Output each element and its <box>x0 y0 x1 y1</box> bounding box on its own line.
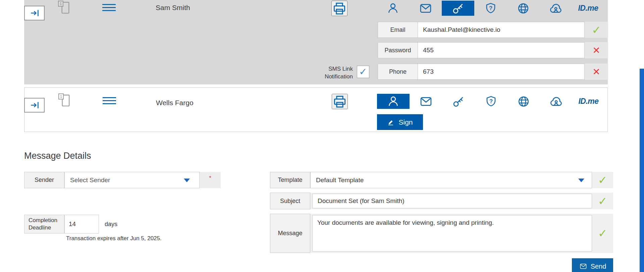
chevron-down-icon <box>184 179 190 182</box>
recipient-row-sam-smith: 1 Sam Smith <box>24 0 608 84</box>
auth-password-button[interactable] <box>442 94 475 109</box>
days-suffix-label: days <box>105 221 117 228</box>
open-recipient-button[interactable] <box>24 98 45 113</box>
auth-in-person-button[interactable] <box>377 94 410 109</box>
idme-logo: ID.me <box>578 97 598 106</box>
message-row: Message Your documents are available for… <box>270 214 613 253</box>
open-recipient-button[interactable] <box>24 6 45 20</box>
globe-icon <box>517 95 530 108</box>
key-icon <box>452 95 465 108</box>
print-button[interactable] <box>331 1 347 16</box>
auth-password-button[interactable] <box>442 1 474 16</box>
enter-arrow-icon <box>30 100 40 110</box>
message-textarea[interactable]: Your documents are available for viewing… <box>312 215 592 252</box>
sms-link-notification-label: SMS Link Notification <box>289 65 353 80</box>
shield-question-icon <box>484 2 497 15</box>
auth-security-question-button[interactable] <box>474 1 507 16</box>
template-dropdown-value: Default Template <box>316 177 364 184</box>
chevron-down-icon <box>578 179 584 182</box>
sms-link-notification-checkbox[interactable]: ✓ <box>357 66 369 78</box>
recipient-row-wells-fargo: 1 Wells Fargo <box>24 87 608 132</box>
cloud-user-icon <box>549 2 562 15</box>
shield-question-icon <box>485 95 497 108</box>
auth-method-toolbar: ID.me <box>377 1 604 16</box>
password-field-row: Password 455 ✕ <box>378 42 608 58</box>
phone-field-row: Phone 673 ✕ <box>378 64 608 80</box>
send-envelope-icon <box>579 263 588 270</box>
transaction-expiry-note: Transaction expires after Jun 5, 2025. <box>66 235 162 242</box>
auth-idme-button[interactable]: ID.me <box>572 1 604 16</box>
send-button[interactable]: Send <box>572 258 613 272</box>
person-icon <box>387 95 399 108</box>
template-label: Template <box>270 172 310 188</box>
auth-email-button[interactable] <box>410 94 442 109</box>
template-row: Template Default Template ✓ <box>270 172 613 188</box>
sender-required-marker: * <box>200 172 221 188</box>
envelope-icon <box>419 2 432 15</box>
auth-web-button[interactable] <box>507 94 540 109</box>
valid-check-icon: ✓ <box>598 174 607 187</box>
message-details-heading: Message Details <box>24 151 91 161</box>
printer-icon <box>332 1 347 16</box>
completion-deadline-row: Completion Deadline 14 days <box>24 215 117 233</box>
email-field-row: Email Kaushal.Patel@kinective.io ✓ <box>378 22 608 38</box>
sender-label: Sender <box>24 172 64 188</box>
password-input[interactable]: 455 <box>418 42 585 58</box>
email-input[interactable]: Kaushal.Patel@kinective.io <box>418 22 585 38</box>
valid-check-icon: ✓ <box>598 195 607 208</box>
subject-row: Subject Document Set (for Sam Smith) ✓ <box>270 193 613 209</box>
valid-check-icon: ✓ <box>592 23 601 37</box>
phone-input[interactable]: 673 <box>418 64 585 80</box>
send-button-label: Send <box>591 263 606 270</box>
auth-email-button[interactable] <box>409 1 442 16</box>
completion-deadline-input[interactable]: 14 <box>64 215 99 233</box>
drag-handle-icon[interactable] <box>102 4 116 11</box>
phone-field-label: Phone <box>378 64 418 80</box>
valid-check-icon: ✓ <box>598 227 607 240</box>
auth-idme-button[interactable]: ID.me <box>572 94 605 109</box>
message-label: Message <box>270 214 310 253</box>
sign-button-label: Sign <box>398 118 413 126</box>
document-count-badge: 1 <box>58 93 64 99</box>
auth-remote-identity-button[interactable] <box>539 1 572 16</box>
cloud-user-icon <box>549 95 563 108</box>
email-field-label: Email <box>378 22 418 38</box>
drag-handle-icon[interactable] <box>103 97 116 104</box>
enter-arrow-icon <box>30 8 40 18</box>
recipient-name: Wells Fargo <box>156 99 194 107</box>
print-button[interactable] <box>332 94 348 109</box>
auth-security-question-button[interactable] <box>475 94 507 109</box>
sender-dropdown-value: Select Sender <box>70 177 110 184</box>
pen-icon <box>387 118 395 126</box>
checkbox-check-icon: ✓ <box>359 67 367 77</box>
invalid-x-icon: ✕ <box>592 45 600 56</box>
subject-label: Subject <box>270 193 310 209</box>
subject-input[interactable]: Document Set (for Sam Smith) <box>312 194 592 208</box>
sender-row: Sender Select Sender * <box>24 172 221 188</box>
password-field-label: Password <box>378 42 418 58</box>
vertical-scrollbar[interactable] <box>640 69 644 272</box>
printer-icon <box>332 94 347 109</box>
invalid-x-icon: ✕ <box>592 66 600 77</box>
idme-logo: ID.me <box>578 4 598 13</box>
auth-web-button[interactable] <box>507 1 539 16</box>
document-count-button[interactable]: 1 <box>60 1 70 14</box>
auth-remote-identity-button[interactable] <box>540 94 572 109</box>
document-count-button[interactable]: 1 <box>60 94 71 107</box>
esign-transaction-page: 1 Sam Smith <box>0 0 644 272</box>
envelope-icon <box>420 95 432 108</box>
sign-button[interactable]: Sign <box>377 114 423 130</box>
sender-dropdown[interactable]: Select Sender <box>64 172 200 188</box>
globe-icon <box>517 2 530 15</box>
key-icon <box>452 2 465 15</box>
auth-method-toolbar: ID.me <box>377 94 605 109</box>
document-count-badge: 1 <box>58 1 63 7</box>
auth-in-person-button[interactable] <box>377 1 409 16</box>
template-dropdown[interactable]: Default Template <box>310 172 592 188</box>
person-icon <box>387 2 399 14</box>
completion-deadline-label: Completion Deadline <box>24 215 64 233</box>
recipient-name: Sam Smith <box>156 4 190 12</box>
